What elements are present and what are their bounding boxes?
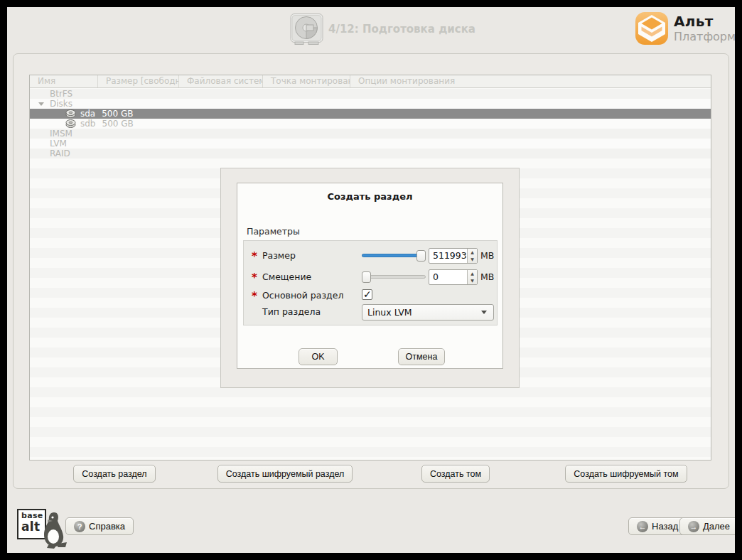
tree-item-size: 500 GB (102, 119, 134, 129)
partition-type-select[interactable]: Linux LVM (362, 304, 494, 321)
create-partition-dialog: Создать раздел Параметры Размер 511993 ▲… (220, 168, 520, 388)
spin-up-icon: ▲ (468, 270, 477, 277)
spinner-buttons[interactable]: ▲▼ (467, 249, 477, 263)
tree-item-label: IMSM (50, 129, 72, 139)
hard-disk-icon (289, 13, 324, 45)
cancel-button[interactable]: Отмена (398, 348, 445, 365)
column-header-mountpoint[interactable]: Точка монтирования (263, 75, 350, 87)
arrow-right-icon: → (688, 521, 699, 532)
arrow-left-icon: ← (637, 521, 648, 532)
tree-item-label: sdb (80, 119, 96, 129)
spin-up-icon: ▲ (468, 249, 477, 256)
offset-unit: MB (480, 271, 494, 282)
create-encrypted-partition-button[interactable]: Создать шифруемый раздел (217, 465, 353, 483)
table-header: Имя Размер [свободно] Файловая система Т… (30, 75, 711, 88)
partition-type-value: Linux LVM (362, 307, 481, 318)
slider-track (362, 275, 426, 279)
tree-item-imsm[interactable]: IMSM (30, 129, 711, 139)
primary-partition-row: Основной раздел (244, 288, 497, 304)
offset-slider[interactable] (362, 271, 426, 283)
help-button-label: Справка (89, 521, 125, 532)
expander-triangle-icon[interactable] (38, 102, 44, 106)
tree-item-sda[interactable]: sda 500 GB (30, 109, 711, 119)
next-button[interactable]: → Далее (679, 517, 735, 535)
back-button[interactable]: ← Назад (628, 517, 687, 535)
tree-item-label: sda (80, 109, 95, 119)
back-button-label: Назад (652, 521, 678, 532)
disk-icon (65, 109, 76, 118)
size-row: Размер 511993 ▲▼ MB (244, 248, 497, 264)
column-header-mountoptions[interactable]: Опции монтирования (350, 75, 711, 87)
tree-item-lvm[interactable]: LVM (30, 139, 711, 149)
step-header: 4/12: Подготовка диска (289, 11, 475, 48)
size-spinbox[interactable]: 511993 ▲▼ (429, 248, 478, 264)
offset-label: Смещение (262, 271, 311, 282)
primary-partition-checkbox[interactable] (362, 289, 372, 300)
spinner-buttons[interactable]: ▲▼ (467, 270, 477, 284)
column-header-filesystem[interactable]: Файловая система (179, 75, 263, 87)
column-header-size[interactable]: Размер [свободно] (98, 75, 179, 87)
question-mark-icon: ? (74, 521, 85, 532)
offset-spinbox[interactable]: 0 ▲▼ (429, 269, 478, 285)
partition-type-row: Тип раздела Linux LVM (244, 304, 497, 321)
chevron-down-icon (481, 311, 487, 314)
offset-value[interactable]: 0 (429, 270, 467, 284)
create-encrypted-volume-button[interactable]: Создать шифруемый том (565, 465, 687, 483)
ok-button[interactable]: OK (299, 348, 338, 365)
actions-row: Создать раздел Создать шифруемый раздел … (29, 465, 711, 483)
spin-down-icon: ▼ (468, 256, 477, 263)
help-button[interactable]: ? Справка (65, 517, 134, 535)
size-value[interactable]: 511993 (429, 249, 467, 263)
alt-logo-icon (635, 11, 669, 45)
tree-item-raid[interactable]: RAID (30, 149, 711, 158)
size-slider[interactable] (362, 250, 426, 262)
column-header-name[interactable]: Имя (30, 75, 98, 87)
create-partition-button[interactable]: Создать раздел (73, 465, 155, 483)
disk-icon (65, 119, 76, 128)
tree-item-label: LVM (50, 139, 67, 149)
offset-row: Смещение 0 ▲▼ MB (244, 269, 497, 286)
parameters-box: Размер 511993 ▲▼ MB Смещение (243, 240, 498, 325)
primary-partition-label: Основной раздел (262, 290, 343, 301)
spin-down-icon: ▼ (468, 277, 477, 284)
alt-brand: Альт Платформа (635, 11, 735, 45)
tree-item-disks[interactable]: Disks (30, 99, 711, 109)
tree-item-size: 500 GB (102, 109, 133, 119)
dialog-title: Создать раздел (237, 191, 502, 202)
dialog-body: Создать раздел Параметры Размер 511993 ▲… (237, 183, 503, 369)
installer-window: 4/12: Подготовка диска Альт Платформа Им… (7, 7, 735, 553)
parameters-group-label: Параметры (247, 226, 300, 237)
tree-item-sdb[interactable]: sdb 500 GB (30, 119, 711, 129)
tree-item-btrfs[interactable]: BtrFS (30, 89, 711, 99)
tree-item-label: RAID (50, 149, 70, 158)
size-unit: MB (480, 250, 494, 261)
page-title: 4/12: Подготовка диска (328, 23, 475, 36)
tree-item-label: Disks (50, 99, 72, 109)
next-button-label: Далее (703, 521, 730, 532)
brand-text: Альт Платформа (674, 11, 735, 45)
slider-handle[interactable] (416, 250, 426, 262)
slider-handle[interactable] (362, 271, 371, 283)
partition-type-label: Тип раздела (262, 306, 321, 317)
create-volume-button[interactable]: Создать том (421, 465, 490, 483)
size-label: Размер (262, 250, 296, 261)
tree-item-label: BtrFS (50, 89, 72, 99)
brand-title: Альт (674, 14, 735, 30)
brand-subtitle: Платформа (674, 30, 735, 44)
